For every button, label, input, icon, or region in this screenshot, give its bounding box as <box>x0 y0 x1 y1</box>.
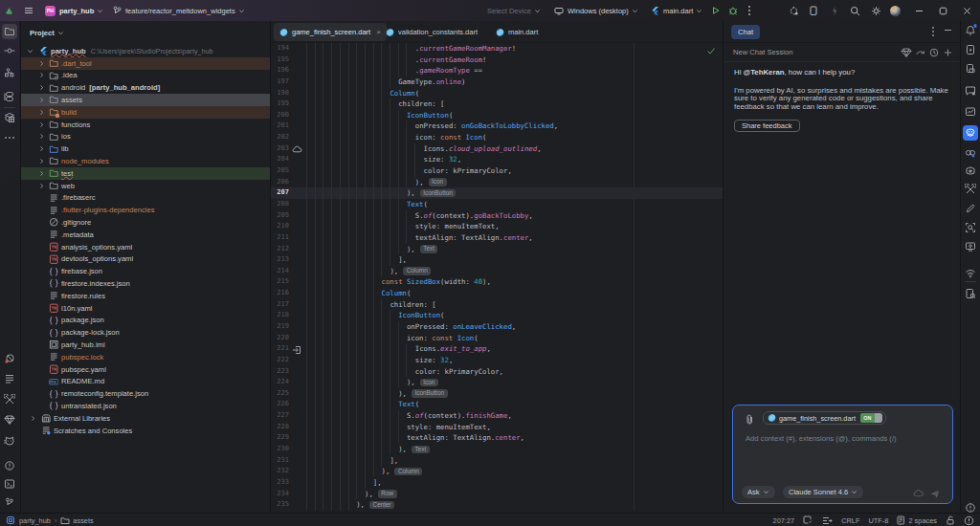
tree-item-analysis_options.yaml[interactable]: analysis_options.yaml <box>21 241 270 253</box>
code-line-197[interactable]: 197 GameType.online) <box>271 77 723 88</box>
code-line-199[interactable]: 199 children: [ <box>271 99 723 110</box>
code-line-221[interactable]: 221 Icons.exit_to_app, <box>271 343 723 355</box>
target-device-selector[interactable]: Windows (desktop) <box>554 0 638 21</box>
tool-stripe-device-explorer-icon[interactable] <box>965 288 976 299</box>
tree-item-readme.md[interactable]: README.md <box>21 376 270 388</box>
tree-chevron-icon[interactable] <box>38 121 45 128</box>
hot-reload-button[interactable] <box>831 0 838 21</box>
tool-stripe-logs-icon[interactable] <box>4 374 15 384</box>
tool-stripe-project-icon[interactable] <box>4 26 15 37</box>
tree-item-pubspec.yaml[interactable]: pubspec.yaml <box>21 363 270 376</box>
code-line-216[interactable]: 216 Column( <box>271 288 723 299</box>
tree-item-functions[interactable]: functions <box>21 119 270 131</box>
code-line-222[interactable]: 222 size: 32, <box>271 355 723 366</box>
code-line-203[interactable]: 203 Icons.cloud_upload_outlined, <box>271 143 723 155</box>
tree-item-remoteconfig.template.json[interactable]: remoteconfig.template.json <box>21 387 270 400</box>
vcs-branch-widget[interactable]: feature/reactor_meltdown_widgets <box>113 0 245 21</box>
code-line-233[interactable]: 233 ], <box>271 477 723 489</box>
tree-chevron-icon[interactable] <box>38 72 45 78</box>
code-line-217[interactable]: 217 children: [ <box>271 299 723 311</box>
code-line-225[interactable]: 225 ),IconButton <box>271 388 723 400</box>
run-configuration-selector[interactable]: main.dart <box>651 0 702 21</box>
analysis-ok-icon[interactable] <box>803 515 813 525</box>
tool-stripe-terminal-icon[interactable] <box>4 479 15 490</box>
status-breadcrumb[interactable]: party_hub › assets <box>6 514 94 526</box>
tool-stripe-editor-tool-icon[interactable] <box>966 204 976 214</box>
indent-setting[interactable]: 2 spaces <box>897 515 937 525</box>
code-line-224[interactable]: 224 ),Icon <box>271 377 723 388</box>
code-line-198[interactable]: 198 Column( <box>271 88 723 99</box>
tree-item-test[interactable]: test <box>21 167 270 180</box>
code-line-194[interactable]: 194 .currentGameRoomManager! <box>271 43 723 55</box>
inspections-ok-icon[interactable] <box>706 47 716 55</box>
share-feedback-button[interactable]: Share feedback <box>734 120 800 133</box>
tool-stripe-build-icon[interactable] <box>4 394 15 405</box>
code-line-200[interactable]: 200 IconButton( <box>271 110 723 121</box>
tool-stripe-resource-manager-icon[interactable] <box>4 112 15 123</box>
tree-item-externallibraries[interactable]: External Libraries <box>21 412 270 425</box>
tree-item-assets[interactable]: assets <box>21 94 270 106</box>
tree-chevron-icon[interactable] <box>38 109 45 116</box>
tree-item-l10n.yaml[interactable]: l10n.yaml <box>21 302 270 315</box>
tree-item-party_hub.iml[interactable]: party_hub.iml <box>21 339 270 351</box>
code-line-208[interactable]: 208 Text( <box>271 199 723 210</box>
code-line-196[interactable]: 196 .gameRoomType == <box>271 65 723 77</box>
avatar[interactable] <box>890 0 901 21</box>
more-actions-button[interactable] <box>747 0 751 21</box>
tree-item-package.json[interactable]: package.json <box>21 315 270 327</box>
tree-item-.firebaserc[interactable]: .firebaserc <box>21 192 270 205</box>
code-line-209[interactable]: 209 S.of(context).goBackToLobby, <box>271 210 723 222</box>
tree-item-.flutter-plugins-dependencies[interactable]: .flutter-plugins-dependencies <box>21 204 270 216</box>
code-line-230[interactable]: 230 ),Text <box>271 444 723 455</box>
tree-chevron-icon[interactable] <box>38 133 45 140</box>
code-line-215[interactable]: 215 const SizedBox(width: 40), <box>271 276 723 288</box>
cursor-position[interactable]: 207:27 <box>773 516 795 525</box>
code-line-205[interactable]: 205 color: kPrimaryColor, <box>271 165 723 177</box>
chat-hide-button[interactable] <box>944 26 952 34</box>
tool-stripe-problems-right-icon[interactable] <box>966 503 976 514</box>
tree-chevron-icon[interactable] <box>38 97 45 103</box>
code-line-201[interactable]: 201 onPressed: onGoBackToLobbyClicked, <box>271 121 723 132</box>
tree-chevron-icon[interactable] <box>38 60 45 67</box>
tool-stripe-app-inspection-icon[interactable] <box>4 353 15 364</box>
tool-stripe-problems-icon[interactable] <box>5 461 15 471</box>
gem-icon[interactable] <box>901 47 912 57</box>
code-line-213[interactable]: 213 ], <box>271 254 723 266</box>
tool-stripe-wifi-pairing-icon[interactable] <box>965 269 976 278</box>
code-line-202[interactable]: 202 icon: const Icon( <box>271 132 723 143</box>
code-line-228[interactable]: 228 style: menuItemText, <box>271 422 723 433</box>
tree-chevron-icon[interactable] <box>38 183 45 189</box>
code-line-232[interactable]: 232 ),Column <box>271 466 723 477</box>
tool-stripe-running-devices-2-icon[interactable] <box>965 242 976 252</box>
project-widget[interactable]: party_hub <box>59 0 103 21</box>
window-minimize-button[interactable] <box>915 0 924 21</box>
tree-item-pubspec.lock[interactable]: pubspec.lock <box>21 351 270 363</box>
tool-stripe-comments-icon[interactable] <box>965 86 976 97</box>
editor-tab-validation_constants.dart[interactable]: validation_constants.dart <box>380 23 478 41</box>
tool-stripe-commit-icon[interactable] <box>4 45 15 56</box>
tree-chevron-icon[interactable] <box>27 48 33 55</box>
device-mirror-button[interactable] <box>809 0 818 21</box>
send-icon[interactable] <box>929 489 941 499</box>
tree-chevron-icon[interactable] <box>38 84 45 91</box>
code-line-231[interactable]: 231 ], <box>271 455 723 467</box>
run-button[interactable] <box>711 0 721 21</box>
redo-icon[interactable] <box>915 49 925 56</box>
code-line-235[interactable]: 235 ),Center <box>271 499 723 511</box>
tool-stripe-build-variants-icon[interactable] <box>965 184 976 195</box>
project-panel-header[interactable]: Project <box>21 21 270 44</box>
gutter-cloud-icon[interactable] <box>292 145 302 153</box>
new-chat-icon[interactable] <box>944 48 952 56</box>
readonly-toggle[interactable] <box>946 515 955 525</box>
tree-item-party_hub[interactable]: party_hubC:\Users\jarek\StudioProjects\p… <box>21 45 270 57</box>
tree-item-web[interactable]: web <box>21 180 270 192</box>
tree-item-.gitignore[interactable]: .gitignore <box>21 216 270 229</box>
tree-item-.metadata[interactable]: .metadata <box>21 229 270 241</box>
tree-item-scratchesandconsoles[interactable]: Scratches and Consoles <box>21 425 270 437</box>
tree-item-untranslated.json[interactable]: untranslated.json <box>21 400 270 412</box>
tool-stripe-notifications-icon[interactable] <box>966 25 976 36</box>
chat-options-button[interactable] <box>931 26 935 37</box>
tool-stripe-chat-icon[interactable] <box>965 128 976 139</box>
code-line-220[interactable]: 220 icon: const Icon( <box>271 333 723 344</box>
tree-item-node_modules[interactable]: node_modules <box>21 155 270 167</box>
